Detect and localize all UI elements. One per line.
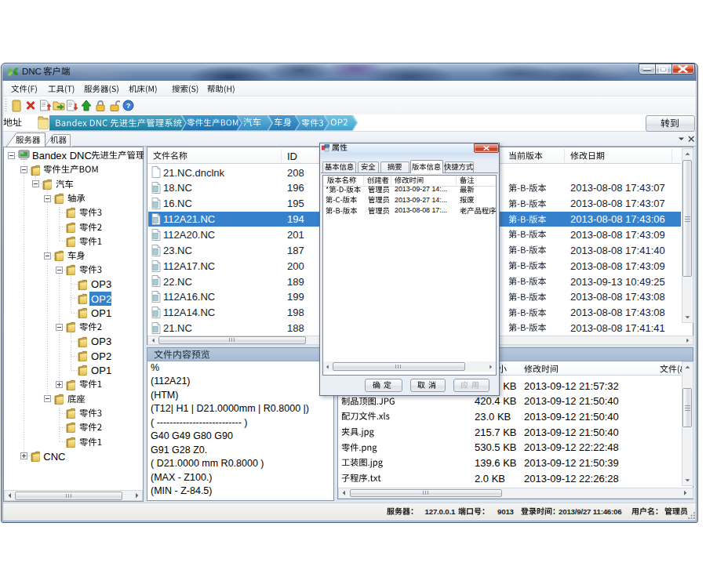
svg-text:?: ? [126, 102, 131, 110]
